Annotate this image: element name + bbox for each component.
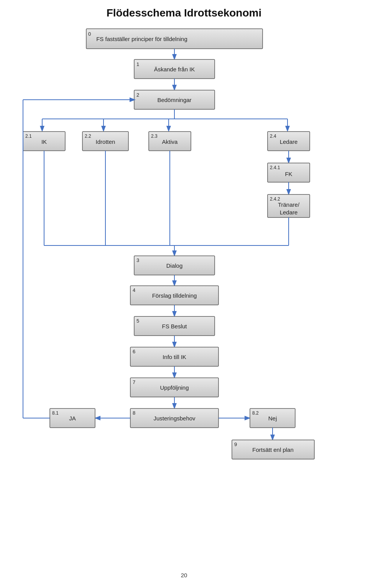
label-step2-4-1-num: 2.4.1 bbox=[270, 165, 280, 170]
label-step6-num: 6 bbox=[133, 349, 135, 354]
label-step7: Uppföljning bbox=[160, 384, 189, 391]
label-step2-4-2-num: 2.4.2 bbox=[270, 196, 280, 202]
label-step2-4-2-line1: Tränare/ bbox=[278, 201, 300, 208]
label-step1: Äskande från IK bbox=[154, 66, 195, 72]
label-step6: Info till IK bbox=[163, 354, 186, 360]
label-step2-2-num: 2.2 bbox=[85, 133, 91, 139]
label-step2-1-num: 2.1 bbox=[25, 133, 32, 139]
label-step9: Fortsätt enl plan bbox=[252, 446, 294, 453]
label-step2-4-1: FK bbox=[285, 171, 292, 177]
label-step4: Förslag tilldelning bbox=[152, 292, 197, 299]
label-step2-4-num: 2.4 bbox=[270, 133, 276, 139]
label-step2-num: 2 bbox=[136, 92, 139, 98]
label-step8-num: 8 bbox=[133, 410, 135, 416]
label-step2-2: Idrotten bbox=[96, 138, 115, 145]
label-step8-1: JA bbox=[69, 415, 76, 422]
label-step2-1: IK bbox=[41, 138, 47, 145]
label-step8-2: Nej bbox=[268, 415, 277, 422]
label-step2: Bedömningar bbox=[157, 97, 191, 103]
page-number: 20 bbox=[181, 572, 187, 578]
label-step4-num: 4 bbox=[133, 287, 135, 293]
label-step2-4-2-line2: Ledare bbox=[280, 209, 298, 216]
label-step3: Dialog bbox=[166, 262, 183, 269]
label-step8-2-num: 8.2 bbox=[252, 410, 259, 416]
label-step2-4: Ledare bbox=[280, 138, 298, 145]
label-step0-num: 0 bbox=[88, 31, 91, 37]
label-step2-3-num: 2.3 bbox=[151, 133, 158, 139]
label-step8: Justeringsbehov bbox=[153, 415, 196, 422]
page-title: Flödesschema Idrottsekonomi bbox=[0, 7, 368, 19]
label-step1-num: 1 bbox=[136, 61, 139, 67]
label-step3-num: 3 bbox=[136, 257, 139, 263]
label-step5-num: 5 bbox=[136, 318, 139, 324]
label-step9-num: 9 bbox=[234, 441, 237, 447]
label-step8-1-num: 8.1 bbox=[52, 410, 59, 416]
label-step5: FS Beslut bbox=[162, 323, 187, 329]
label-step2-3: Aktiva bbox=[162, 138, 178, 145]
label-step7-num: 7 bbox=[133, 379, 135, 385]
label-step0: FS fastställer principer för tilldelning bbox=[96, 36, 187, 42]
